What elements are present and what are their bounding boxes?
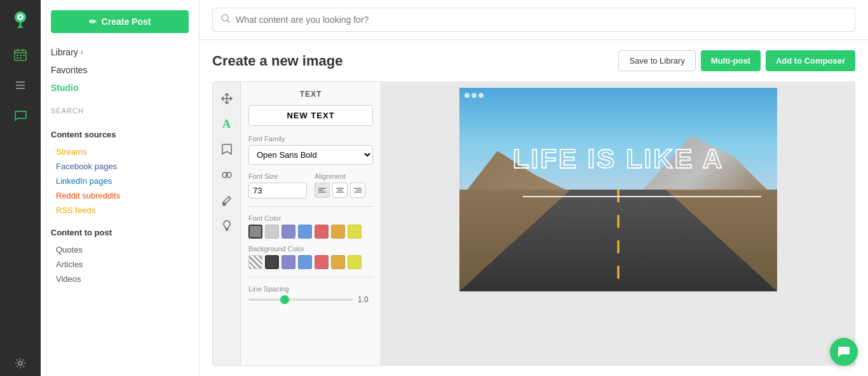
search-icon <box>220 13 231 26</box>
bg-color-transparent[interactable] <box>248 255 262 269</box>
bg-color-swatches <box>248 255 373 269</box>
font-size-input[interactable] <box>248 183 307 198</box>
favorites-label: Favorites <box>51 65 88 75</box>
main-content: Create a new image Save to Library Multi… <box>200 0 868 376</box>
canvas-dots <box>465 93 484 98</box>
chat-bubble[interactable] <box>830 338 858 366</box>
sidebar-link-videos[interactable]: Videos <box>51 272 189 286</box>
sidebar-link-reddit[interactable]: Reddit subreddits <box>51 188 189 203</box>
font-color-yellow[interactable] <box>348 225 362 239</box>
canvas-text-underline <box>523 196 761 197</box>
font-size-label: Font Size <box>248 172 307 180</box>
bg-color-orange[interactable] <box>331 255 345 269</box>
pencil-icon: ✏ <box>89 17 97 27</box>
sidebar-item-favorites[interactable]: Favorites <box>51 61 189 79</box>
svg-rect-9 <box>17 57 18 59</box>
font-color-orange[interactable] <box>331 225 345 239</box>
create-post-button[interactable]: ✏ Create Post <box>51 10 189 33</box>
font-family-select[interactable]: Open Sans Bold <box>248 145 373 165</box>
sidebar-item-studio[interactable]: Studio <box>51 79 189 97</box>
line-spacing-row: 1.0 <box>248 295 373 304</box>
font-size-group: Font Size <box>248 172 307 198</box>
icon-calendar[interactable] <box>8 42 33 67</box>
sidebar-link-quotes[interactable]: Quotes <box>51 242 189 257</box>
studio-label: Studio <box>51 83 79 93</box>
search-input[interactable] <box>236 15 847 25</box>
line-spacing-label: Line Spacing <box>248 285 373 293</box>
bg-color-yellow[interactable] <box>348 255 362 269</box>
svg-rect-6 <box>17 55 18 56</box>
tool-circles[interactable] <box>215 164 238 186</box>
canvas-road-lines <box>618 190 620 291</box>
font-family-label: Font Family <box>248 135 373 143</box>
icon-list[interactable] <box>8 73 33 98</box>
app-logo <box>8 6 33 32</box>
bg-color-dark[interactable] <box>265 255 279 269</box>
svg-point-2 <box>19 16 22 18</box>
font-color-light-gray[interactable] <box>265 225 279 239</box>
search-section-label: SEARCH <box>51 107 189 115</box>
text-panel-title: TEXT <box>248 90 373 99</box>
font-color-blue[interactable] <box>298 225 312 239</box>
bg-color-purple[interactable] <box>281 255 295 269</box>
chevron-right-icon: › <box>81 48 83 57</box>
tool-panel: A <box>212 81 381 366</box>
align-left-button[interactable] <box>315 183 330 198</box>
tool-settings: TEXT NEW TEXT Font Family Open Sans Bold… <box>241 82 381 365</box>
svg-rect-10 <box>20 57 22 59</box>
tool-brush[interactable] <box>215 189 238 212</box>
tool-bulb[interactable] <box>215 214 238 237</box>
svg-rect-4 <box>17 49 18 52</box>
tool-bookmark[interactable] <box>215 138 238 161</box>
sidebar-item-library[interactable]: Library › <box>51 43 189 61</box>
sidebar-link-streams[interactable]: Streams <box>51 144 189 159</box>
font-color-purple[interactable] <box>281 225 295 239</box>
align-right-button[interactable] <box>350 183 365 198</box>
main-header <box>200 0 868 40</box>
new-text-button[interactable]: NEW TEXT <box>248 105 373 126</box>
add-composer-button[interactable]: Add to Composer <box>766 50 855 71</box>
canvas-area: LIFE IS LIKE A <box>381 81 855 366</box>
canvas-dot-2 <box>471 93 477 98</box>
library-label: Library <box>51 47 78 57</box>
bg-color-red[interactable] <box>315 255 329 269</box>
search-bar <box>212 8 855 32</box>
line-spacing-slider[interactable] <box>248 298 353 301</box>
sidebar-link-linkedin[interactable]: LinkedIn pages <box>51 174 189 188</box>
sidebar-link-articles[interactable]: Articles <box>51 257 189 272</box>
canvas-text-overlay[interactable]: LIFE IS LIKE A <box>513 144 724 174</box>
sidebar-link-rss[interactable]: RSS feeds <box>51 203 189 218</box>
icon-gear[interactable] <box>8 351 33 376</box>
canvas-dot-3 <box>478 93 484 98</box>
font-color-red[interactable] <box>315 225 329 239</box>
tool-move[interactable] <box>215 87 238 110</box>
align-center-button[interactable] <box>332 183 348 198</box>
svg-line-16 <box>227 20 230 23</box>
svg-rect-5 <box>22 49 24 52</box>
font-color-gray[interactable] <box>248 225 262 239</box>
bg-color-label: Background Color <box>248 245 373 253</box>
tool-text[interactable]: A <box>215 113 238 136</box>
content-area: Create a new image Save to Library Multi… <box>200 40 868 376</box>
bg-color-blue[interactable] <box>298 255 312 269</box>
line-spacing-value: 1.0 <box>358 295 373 304</box>
content-to-post-title: Content to post <box>51 228 189 237</box>
canvas-dot-1 <box>465 93 470 98</box>
page-title: Create a new image <box>212 53 342 69</box>
save-library-button[interactable]: Save to Library <box>618 50 695 71</box>
font-color-swatches <box>248 225 373 239</box>
font-row: Font Size Alignment <box>248 172 373 198</box>
tool-icons: A <box>213 82 241 365</box>
icon-message[interactable] <box>8 103 33 129</box>
canvas-image[interactable]: LIFE IS LIKE A <box>459 88 777 291</box>
content-toolbar: Create a new image Save to Library Multi… <box>212 50 855 71</box>
create-post-label: Create Post <box>102 17 151 27</box>
sidebar-link-facebook[interactable]: Facebook pages <box>51 159 189 174</box>
svg-rect-7 <box>20 55 22 56</box>
svg-point-18 <box>226 172 231 178</box>
font-color-label: Font Color <box>248 214 373 222</box>
multi-post-button[interactable]: Multi-post <box>701 50 761 71</box>
icon-bar <box>0 0 41 376</box>
alignment-label: Alignment <box>315 172 373 180</box>
content-sources-title: Content sources <box>51 130 189 139</box>
